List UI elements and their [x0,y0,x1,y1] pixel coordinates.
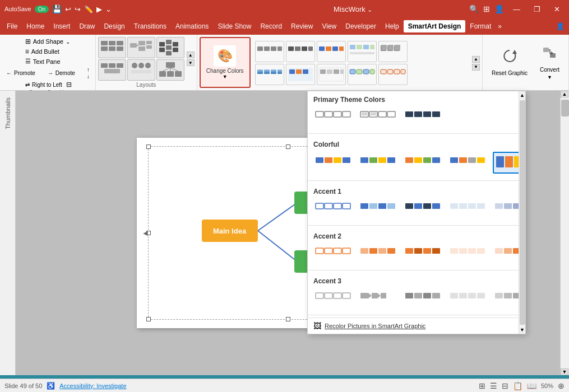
layout-item-6[interactable] [156,59,184,81]
layout-item-4[interactable] [98,59,126,81]
accent1-pastel[interactable] [448,199,488,218]
right-to-left-btn[interactable]: ⇄ Right to Left [24,81,64,88]
accent2-medium[interactable] [403,244,443,263]
menu-review[interactable]: Review [286,20,317,32]
dropdown-scroll-down[interactable]: ▼ [519,326,525,334]
menu-home[interactable]: Home [22,20,49,32]
menu-view[interactable]: View [317,20,341,32]
main-idea-box[interactable]: Main Idea [202,220,258,242]
layout-item-2[interactable] [127,37,155,58]
style-flat-1[interactable] [255,41,284,62]
style-gradient-2[interactable] [286,64,315,85]
add-shape-dropdown[interactable]: ⌄ [66,39,70,45]
close-btn[interactable]: ✕ [549,4,565,15]
layout-icon[interactable]: ⊟ [66,81,72,88]
pen-icon[interactable]: ✏️ [84,5,93,13]
menu-file[interactable]: File [2,20,22,32]
styles-scroll-up[interactable]: ▲ [472,56,480,63]
menu-record[interactable]: Record [256,20,286,32]
handle-top-center[interactable] [286,144,290,149]
primary-dark[interactable] [403,107,443,127]
scroll-thumb[interactable] [561,100,569,116]
accent3-pastel[interactable] [448,288,488,308]
view-outline-icon[interactable]: ☰ [490,381,497,390]
present-icon[interactable]: ▶ [96,5,102,13]
add-shape-btn[interactable]: ⊞ Add Shape ⌄ [24,37,72,46]
accent2-outline[interactable] [313,244,354,263]
layout-scroll-down[interactable]: ▼ [187,59,195,66]
demote-btn[interactable]: → Demote [46,69,77,77]
style-inset-1[interactable] [317,64,346,85]
restore-btn[interactable]: ❐ [529,4,545,15]
primary-outline-1[interactable] [313,107,354,127]
layout-item-1[interactable] [98,37,126,58]
more-icon[interactable]: ⌄ [105,5,112,13]
promote-btn[interactable]: ← Promote [4,69,37,77]
style-gradient-1[interactable] [255,64,284,85]
accessibility-label[interactable]: Accessibility: Investigate [59,382,126,389]
primary-outline-2[interactable] [358,107,399,127]
style-flat-2[interactable] [286,41,315,62]
colorful-3[interactable] [403,153,443,172]
accent1-outline[interactable] [313,199,354,218]
slide-scroll-up[interactable]: ▲ [561,91,568,97]
styles-scroll-down[interactable]: ▼ [472,64,480,71]
accent2-gradient[interactable] [493,244,519,263]
menu-slideshow[interactable]: Slide Show [213,20,256,32]
menu-format[interactable]: Format [465,20,496,32]
handle-bottom-left[interactable] [146,317,151,321]
down-btn[interactable]: ↓ [86,73,91,80]
style-3d-1[interactable] [378,41,408,62]
reset-graphic-btn[interactable]: Reset Graphic [487,45,532,78]
accent3-arrow[interactable] [358,288,399,308]
search-icon[interactable]: 🔍 [469,4,479,13]
close-ribbon-icon[interactable]: 👤 [554,22,567,30]
colorful-5-selected[interactable] [493,152,519,174]
convert-btn[interactable]: Convert ▼ [535,42,564,82]
dropdown-scroll-up[interactable]: ▲ [519,91,525,99]
layout-scroll-up[interactable]: ▲ [187,52,195,58]
layout-item-3[interactable] [156,37,184,58]
accent3-outline[interactable] [313,288,354,308]
handle-top-left[interactable] [146,144,151,149]
accent3-gradient[interactable] [493,288,519,308]
redo-icon[interactable]: ↪ [75,5,81,13]
ribbon-icon[interactable]: ⊞ [483,4,490,13]
colorful-2[interactable] [358,153,399,172]
colorful-1[interactable] [313,153,354,172]
style-colored-1[interactable] [317,41,346,62]
title-dropdown-icon[interactable]: ⌄ [367,6,372,13]
autosave-toggle[interactable]: On [35,6,49,13]
colorful-4[interactable] [448,153,488,172]
view-reading-icon[interactable]: 📖 [527,381,536,390]
accent3-medium[interactable] [403,288,443,308]
menu-help[interactable]: Help [381,20,404,32]
slide-scroll-down[interactable]: ▼ [561,368,568,375]
accent1-light[interactable] [358,199,399,218]
dropdown-scroll-thumb[interactable] [520,100,525,325]
undo-icon[interactable]: ↩ [65,5,71,13]
accent1-medium[interactable] [403,199,443,218]
menu-draw[interactable]: Draw [75,20,99,32]
view-notes-icon[interactable]: 📋 [513,381,522,390]
colors-dropdown[interactable]: Primary Theme Colors [307,91,526,334]
fit-slide-icon[interactable]: ⊕ [558,381,565,390]
recolor-footer[interactable]: 🖼 Recolor Pictures in SmartArt Graphic [308,318,519,334]
add-bullet-btn[interactable]: ≡ Add Bullet [24,47,72,56]
menu-design[interactable]: Design [99,20,129,32]
up-btn[interactable]: ↑ [86,67,91,73]
layout-item-5[interactable] [127,59,155,81]
style-colored-2[interactable] [348,41,377,62]
more-tabs-icon[interactable]: » [496,22,504,30]
change-colors-btn[interactable]: 🎨 Change Colors ▼ [200,37,251,88]
save-icon[interactable]: 💾 [52,4,62,13]
style-inset-3[interactable] [378,64,408,85]
user-icon[interactable]: 👤 [494,4,504,13]
accent2-pastel[interactable] [448,244,488,263]
view-slide-sorter-icon[interactable]: ⊟ [502,381,508,390]
handle-bottom-center[interactable] [286,317,290,321]
view-normal-icon[interactable]: ⊞ [479,381,485,390]
menu-animations[interactable]: Animations [171,20,213,32]
accent2-light[interactable] [358,244,399,263]
minimize-btn[interactable]: — [508,4,525,15]
